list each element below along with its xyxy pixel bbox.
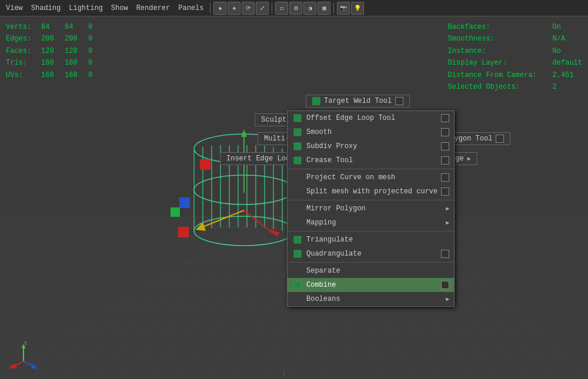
stat-faces-v2: 120 [65,45,88,57]
project-curve-label: Project Curve on mesh [306,173,437,182]
tool-scale-btn[interactable]: ⤢ [256,2,269,15]
stat-tris: Tris: 160 160 0 [6,57,100,69]
tool-poly-btn[interactable]: ◻ [275,2,288,15]
mapping-label: Mapping [306,219,442,227]
tool-shade-btn[interactable]: ◑ [303,2,316,15]
subdiv-proxy-checkbox[interactable] [441,142,449,150]
menu-item-smooth[interactable]: Smooth [288,125,454,139]
offset-edge-loop-icon [292,113,303,123]
stat-verts: Verts: 84 84 0 [6,21,100,33]
svg-rect-79 [294,250,301,257]
info-instance-label: Instance: [448,45,548,57]
booleans-arrow: ▶ [446,296,449,303]
quadrangulate-label: Quadrangulate [306,250,437,258]
info-distcam-value: 2.451 [553,69,574,81]
menu-item-subdiv-proxy[interactable]: Subdiv Proxy [288,139,454,153]
info-smoothness-label: Smoothness: [448,33,548,45]
quadrangulate-icon [292,249,303,259]
menu-lighting[interactable]: Lighting [65,4,106,12]
tool-light-btn[interactable]: 💡 [351,2,364,15]
tool-select-btn[interactable]: ◈ [213,2,226,15]
menu-item-mirror-polygon[interactable]: Mirror Polygon▶ [288,202,454,216]
tool-cam-btn[interactable]: 📷 [337,2,350,15]
subdiv-proxy-icon [292,142,303,151]
stat-tris-v2: 160 [65,57,88,69]
menu-item-crease-tool[interactable]: Crease Tool [288,153,454,167]
tool-wire-btn[interactable]: ⊞ [289,2,302,15]
info-displayer-label: Display Layer: [448,57,548,69]
stat-uvs-v3: 0 [88,69,100,81]
stat-tris-v3: 0 [88,57,100,69]
mirror-polygon-icon [292,204,303,213]
viewport-status: | [282,370,286,377]
split-mesh-icon [292,187,303,196]
crease-tool-checkbox[interactable] [441,156,449,165]
crease-tool-label: Crease Tool [306,156,437,165]
triangulate-icon [292,235,303,244]
svg-text:X: X [9,365,12,370]
svg-rect-72 [178,227,189,237]
svg-rect-78 [294,236,301,243]
stat-faces-v3: 0 [88,45,100,57]
menu-show[interactable]: Show [108,4,132,12]
append-polygon-checkbox[interactable] [496,135,504,143]
stat-verts-label: Verts: [6,21,41,33]
menu-item-mapping[interactable]: Mapping▶ [288,216,454,230]
menu-bar[interactable]: View Shading Lighting Show Renderer Pane… [0,0,588,16]
info-displayer: Display Layer: default [448,57,582,69]
info-backfaces-value: On [553,21,561,33]
smooth-label: Smooth [306,128,437,136]
stat-uvs-v1: 168 [41,69,65,81]
menu-item-booleans[interactable]: Booleans▶ [288,292,454,306]
info-panel: Backfaces: On Smoothness: N/A Instance: … [448,21,582,93]
menu-renderer[interactable]: Renderer [133,4,174,12]
info-selected: Selected Objects: 2 [448,81,582,93]
quadrangulate-checkbox[interactable] [441,250,449,258]
project-curve-checkbox[interactable] [441,173,449,182]
mirror-polygon-arrow: ▶ [446,205,449,212]
info-instance: Instance: No [448,45,582,57]
info-selected-value: 2 [553,81,557,93]
separate-label: Separate [306,267,449,275]
stats-panel: Verts: 84 84 0 Edges: 200 200 0 Faces: 1… [6,21,100,81]
menu-item-offset-edge-loop[interactable]: Offset Edge Loop Tool [288,111,454,125]
svg-rect-77 [294,157,301,164]
viewport-3d[interactable]: Verts: 84 84 0 Edges: 200 200 0 Faces: 1… [0,16,588,379]
split-mesh-checkbox[interactable] [441,187,449,196]
offset-edge-loop-label: Offset Edge Loop Tool [306,114,437,122]
stat-tris-v1: 160 [41,57,65,69]
menu-item-split-mesh[interactable]: Split mesh with projected curve [288,185,454,199]
triangulate-label: Triangulate [306,236,449,244]
menu-item-combine[interactable]: Combine [288,278,454,292]
offset-edge-loop-checkbox[interactable] [441,114,449,122]
separator-after-mapping [288,231,454,232]
menu-view[interactable]: View [2,4,26,12]
tool-move-btn[interactable]: ✥ [228,2,240,15]
info-backfaces: Backfaces: On [448,21,582,33]
separator-after-split-mesh [288,200,454,200]
menu-item-project-curve[interactable]: Project Curve on mesh [288,170,454,185]
stat-uvs-v2: 168 [65,69,88,81]
axis-indicator: Y X Z [9,341,38,370]
info-displayer-value: default [553,57,582,69]
svg-rect-80 [294,281,301,289]
tool-tex-btn[interactable]: ▦ [318,2,330,15]
target-weld-label: Target Weld Tool [324,97,392,105]
smooth-checkbox[interactable] [441,128,449,136]
target-weld-checkbox[interactable] [395,97,403,105]
menu-item-separate[interactable]: Separate [288,264,454,278]
separator-after-quadrangulate [288,262,454,263]
mapping-icon [292,218,303,227]
menu-item-triangulate[interactable]: Triangulate [288,233,454,247]
stat-tris-label: Tris: [6,57,41,69]
combine-icon [292,280,303,290]
target-weld-tool-btn[interactable]: Target Weld Tool [306,95,410,108]
menu-shading[interactable]: Shading [28,4,64,12]
menu-panels[interactable]: Panels [175,4,207,12]
info-distcam: Distance From Camera: 2.451 [448,69,582,81]
combine-checkbox[interactable] [441,281,449,289]
stat-verts-v2: 84 [65,21,88,33]
stat-edges-v1: 200 [41,33,65,45]
menu-item-quadrangulate[interactable]: Quadrangulate [288,247,454,261]
tool-rotate-btn[interactable]: ⟳ [242,2,255,15]
